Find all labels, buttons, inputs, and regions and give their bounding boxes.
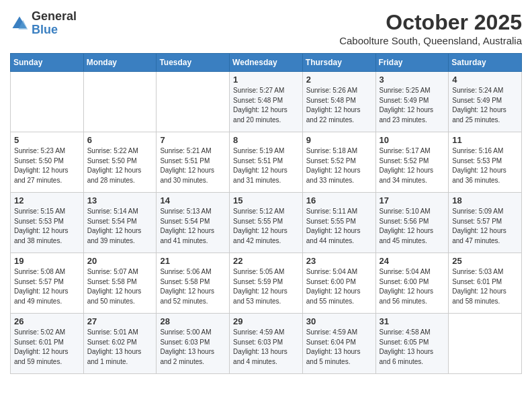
calendar-cell: 16Sunrise: 5:11 AM Sunset: 5:55 PM Dayli… — [302, 193, 375, 253]
calendar-cell: 12Sunrise: 5:15 AM Sunset: 5:53 PM Dayli… — [11, 193, 84, 253]
day-info: Sunrise: 5:26 AM Sunset: 5:48 PM Dayligh… — [306, 86, 372, 125]
weekday-header-friday: Friday — [375, 54, 449, 72]
logo-icon — [10, 14, 29, 33]
day-number: 4 — [452, 75, 518, 85]
day-info: Sunrise: 4:58 AM Sunset: 6:05 PM Dayligh… — [380, 328, 445, 367]
day-info: Sunrise: 5:05 AM Sunset: 5:59 PM Dayligh… — [233, 267, 299, 306]
calendar-cell: 29Sunrise: 4:59 AM Sunset: 6:03 PM Dayli… — [230, 314, 303, 374]
calendar-cell: 21Sunrise: 5:06 AM Sunset: 5:58 PM Dayli… — [157, 253, 230, 314]
day-number: 29 — [233, 316, 299, 326]
day-number: 26 — [14, 316, 80, 326]
day-info: Sunrise: 5:15 AM Sunset: 5:53 PM Dayligh… — [14, 207, 80, 246]
calendar-cell: 4Sunrise: 5:24 AM Sunset: 5:49 PM Daylig… — [449, 72, 522, 132]
calendar-cell: 15Sunrise: 5:12 AM Sunset: 5:55 PM Dayli… — [230, 193, 303, 253]
day-info: Sunrise: 5:06 AM Sunset: 5:58 PM Dayligh… — [160, 267, 226, 306]
day-info: Sunrise: 5:10 AM Sunset: 5:56 PM Dayligh… — [380, 207, 445, 246]
day-info: Sunrise: 5:24 AM Sunset: 5:49 PM Dayligh… — [452, 86, 518, 125]
day-number: 28 — [160, 316, 226, 326]
day-number: 22 — [233, 256, 299, 266]
calendar-cell: 11Sunrise: 5:16 AM Sunset: 5:53 PM Dayli… — [449, 132, 522, 193]
day-number: 19 — [14, 256, 80, 266]
weekday-header-monday: Monday — [83, 54, 157, 72]
location-title: Caboolture South, Queensland, Australia — [339, 35, 522, 46]
calendar-cell: 8Sunrise: 5:19 AM Sunset: 5:51 PM Daylig… — [230, 132, 303, 193]
calendar-cell: 18Sunrise: 5:09 AM Sunset: 5:57 PM Dayli… — [449, 193, 522, 253]
day-info: Sunrise: 5:18 AM Sunset: 5:52 PM Dayligh… — [306, 146, 372, 185]
day-number: 25 — [452, 256, 518, 266]
day-number: 10 — [380, 135, 445, 145]
day-info: Sunrise: 5:23 AM Sunset: 5:50 PM Dayligh… — [14, 146, 80, 185]
calendar-week-2: 5Sunrise: 5:23 AM Sunset: 5:50 PM Daylig… — [11, 132, 522, 193]
month-title: October 2025 — [339, 10, 522, 35]
day-info: Sunrise: 5:17 AM Sunset: 5:52 PM Dayligh… — [380, 146, 445, 185]
calendar-week-3: 12Sunrise: 5:15 AM Sunset: 5:53 PM Dayli… — [11, 193, 522, 253]
calendar-cell: 25Sunrise: 5:03 AM Sunset: 6:01 PM Dayli… — [449, 253, 522, 314]
day-info: Sunrise: 4:59 AM Sunset: 6:04 PM Dayligh… — [306, 328, 372, 367]
day-info: Sunrise: 5:08 AM Sunset: 5:57 PM Dayligh… — [14, 267, 80, 306]
day-number: 5 — [14, 135, 80, 145]
calendar-cell: 1Sunrise: 5:27 AM Sunset: 5:48 PM Daylig… — [230, 72, 303, 132]
calendar-cell: 13Sunrise: 5:14 AM Sunset: 5:54 PM Dayli… — [83, 193, 157, 253]
logo-general: General — [32, 9, 77, 23]
day-number: 7 — [160, 135, 226, 145]
weekday-header-wednesday: Wednesday — [230, 54, 303, 72]
calendar-cell — [83, 72, 157, 132]
day-info: Sunrise: 5:27 AM Sunset: 5:48 PM Dayligh… — [233, 86, 299, 125]
calendar-cell: 5Sunrise: 5:23 AM Sunset: 5:50 PM Daylig… — [11, 132, 84, 193]
day-number: 30 — [306, 316, 372, 326]
day-info: Sunrise: 5:07 AM Sunset: 5:58 PM Dayligh… — [87, 267, 153, 306]
day-info: Sunrise: 5:03 AM Sunset: 6:01 PM Dayligh… — [452, 267, 518, 306]
calendar-cell: 2Sunrise: 5:26 AM Sunset: 5:48 PM Daylig… — [302, 72, 375, 132]
calendar-cell: 6Sunrise: 5:22 AM Sunset: 5:50 PM Daylig… — [83, 132, 157, 193]
calendar-cell — [157, 72, 230, 132]
day-info: Sunrise: 5:25 AM Sunset: 5:49 PM Dayligh… — [380, 86, 445, 125]
calendar-cell: 26Sunrise: 5:02 AM Sunset: 6:01 PM Dayli… — [11, 314, 84, 374]
calendar-cell: 10Sunrise: 5:17 AM Sunset: 5:52 PM Dayli… — [375, 132, 449, 193]
calendar-cell: 30Sunrise: 4:59 AM Sunset: 6:04 PM Dayli… — [302, 314, 375, 374]
title-block: October 2025 Caboolture South, Queenslan… — [339, 10, 522, 46]
calendar-week-4: 19Sunrise: 5:08 AM Sunset: 5:57 PM Dayli… — [11, 253, 522, 314]
day-info: Sunrise: 5:01 AM Sunset: 6:02 PM Dayligh… — [87, 328, 153, 367]
day-number: 21 — [160, 256, 226, 266]
day-number: 13 — [87, 195, 153, 205]
day-number: 2 — [306, 75, 372, 85]
logo: General Blue — [10, 10, 77, 37]
calendar-cell: 19Sunrise: 5:08 AM Sunset: 5:57 PM Dayli… — [11, 253, 84, 314]
day-info: Sunrise: 4:59 AM Sunset: 6:03 PM Dayligh… — [233, 328, 299, 367]
calendar-cell: 24Sunrise: 5:04 AM Sunset: 6:00 PM Dayli… — [375, 253, 449, 314]
weekday-header-saturday: Saturday — [449, 54, 522, 72]
calendar-cell: 20Sunrise: 5:07 AM Sunset: 5:58 PM Dayli… — [83, 253, 157, 314]
day-number: 3 — [380, 75, 445, 85]
day-number: 31 — [380, 316, 445, 326]
calendar-cell: 31Sunrise: 4:58 AM Sunset: 6:05 PM Dayli… — [375, 314, 449, 374]
day-number: 11 — [452, 135, 518, 145]
calendar-cell: 27Sunrise: 5:01 AM Sunset: 6:02 PM Dayli… — [83, 314, 157, 374]
calendar-week-5: 26Sunrise: 5:02 AM Sunset: 6:01 PM Dayli… — [11, 314, 522, 374]
calendar-cell: 3Sunrise: 5:25 AM Sunset: 5:49 PM Daylig… — [375, 72, 449, 132]
calendar-cell: 7Sunrise: 5:21 AM Sunset: 5:51 PM Daylig… — [157, 132, 230, 193]
page-header: General Blue October 2025 Caboolture Sou… — [10, 10, 522, 46]
day-info: Sunrise: 5:22 AM Sunset: 5:50 PM Dayligh… — [87, 146, 153, 185]
day-number: 15 — [233, 195, 299, 205]
day-number: 27 — [87, 316, 153, 326]
day-number: 9 — [306, 135, 372, 145]
day-info: Sunrise: 5:14 AM Sunset: 5:54 PM Dayligh… — [87, 207, 153, 246]
day-info: Sunrise: 5:12 AM Sunset: 5:55 PM Dayligh… — [233, 207, 299, 246]
day-info: Sunrise: 5:13 AM Sunset: 5:54 PM Dayligh… — [160, 207, 226, 246]
weekday-header-tuesday: Tuesday — [157, 54, 230, 72]
weekday-header-row: SundayMondayTuesdayWednesdayThursdayFrid… — [11, 54, 522, 72]
day-number: 12 — [14, 195, 80, 205]
day-info: Sunrise: 5:04 AM Sunset: 6:00 PM Dayligh… — [380, 267, 445, 306]
day-number: 23 — [306, 256, 372, 266]
day-number: 6 — [87, 135, 153, 145]
day-info: Sunrise: 5:09 AM Sunset: 5:57 PM Dayligh… — [452, 207, 518, 246]
day-info: Sunrise: 5:19 AM Sunset: 5:51 PM Dayligh… — [233, 146, 299, 185]
calendar-cell: 14Sunrise: 5:13 AM Sunset: 5:54 PM Dayli… — [157, 193, 230, 253]
day-info: Sunrise: 5:16 AM Sunset: 5:53 PM Dayligh… — [452, 146, 518, 185]
logo-text: General Blue — [32, 10, 77, 37]
day-info: Sunrise: 5:11 AM Sunset: 5:55 PM Dayligh… — [306, 207, 372, 246]
calendar-cell — [11, 72, 84, 132]
day-number: 20 — [87, 256, 153, 266]
day-info: Sunrise: 5:04 AM Sunset: 6:00 PM Dayligh… — [306, 267, 372, 306]
logo-blue: Blue — [32, 23, 58, 36]
